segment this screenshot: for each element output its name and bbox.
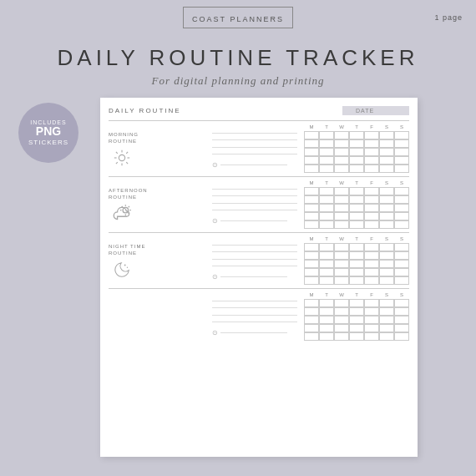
grid-cell: [304, 156, 319, 165]
grid-cell: [379, 187, 394, 195]
grid-cell: [349, 156, 364, 165]
grid-cell: [319, 260, 334, 268]
svg-line-7: [126, 152, 128, 154]
night-label: NIGHT TIMEROUTINE: [109, 243, 209, 257]
grid-cell: [319, 195, 334, 204]
grid-cell: [319, 332, 334, 341]
extra-grid: [304, 299, 409, 341]
extra-label: [109, 299, 209, 306]
grid-cell: [379, 276, 394, 285]
grid-cell: [319, 299, 334, 307]
grid-cell: [394, 187, 409, 195]
grid-cell: [364, 268, 379, 276]
grid-cell: [319, 131, 334, 139]
morning-left: MORNINGROUTINE: [109, 131, 209, 173]
grid-cell: [379, 243, 394, 251]
grid-cell: [349, 220, 364, 229]
day-s1: S: [379, 124, 394, 129]
main-title: DAILY ROUTINE TRACKER: [0, 45, 476, 71]
grid-cell: [379, 268, 394, 276]
afternoon-lines: ⊙: [212, 187, 297, 229]
afternoon-grid: [304, 187, 409, 229]
grid-cell: [379, 212, 394, 220]
grid-cell: [364, 148, 379, 156]
svg-line-5: [116, 152, 118, 154]
grid-row: [304, 243, 409, 251]
svg-line-16: [129, 206, 129, 207]
grid-cell: [304, 260, 319, 268]
grid-cell: [379, 307, 394, 316]
brand-box: COAST PLANNERS: [183, 7, 293, 28]
grid-row: [304, 139, 409, 148]
grid-cell: [304, 332, 319, 341]
grid-cell: [394, 165, 409, 173]
grid-cell: [349, 268, 364, 276]
line: [212, 154, 297, 154]
svg-point-17: [124, 264, 126, 266]
line: [212, 307, 297, 308]
grid-cell: [319, 204, 334, 212]
grid-cell: [379, 251, 394, 260]
grid-cell: [349, 131, 364, 139]
line: [212, 301, 297, 301]
grid-cell: [334, 316, 349, 324]
grid-cell: [304, 195, 319, 204]
morning-label: MORNINGROUTINE: [109, 131, 209, 145]
extra-lines: ⊙: [212, 299, 297, 341]
grid-cell: [334, 332, 349, 341]
grid-row: [304, 307, 409, 316]
grid-cell: [394, 243, 409, 251]
grid-cell: [304, 268, 319, 276]
svg-point-18: [127, 266, 128, 267]
clock-icon: ⊙: [212, 217, 218, 225]
morning-days-row: M T W T F S S: [109, 124, 409, 129]
clock-line: [220, 332, 287, 333]
night-lines: ⊙: [212, 243, 297, 285]
grid-cell: [334, 139, 349, 148]
grid-cell: [364, 299, 379, 307]
line: [212, 147, 297, 148]
grid-cell: [364, 251, 379, 260]
grid-cell: [364, 324, 379, 332]
extra-section: M T W T F S S ⊙: [109, 292, 409, 341]
grid-cell: [379, 139, 394, 148]
grid-cell: [364, 156, 379, 165]
badge-png: PNG: [36, 125, 61, 138]
grid-cell: [304, 324, 319, 332]
night-grid-rows: [304, 243, 409, 285]
extra-left: [109, 299, 209, 341]
extra-grid-rows: [304, 299, 409, 341]
grid-cell: [319, 148, 334, 156]
grid-cell: [334, 131, 349, 139]
morning-grid: [304, 131, 409, 173]
grid-cell: [394, 316, 409, 324]
line: [212, 315, 297, 316]
grid-cell: [364, 260, 379, 268]
grid-cell: [334, 324, 349, 332]
grid-cell: [349, 204, 364, 212]
grid-row: [304, 251, 409, 260]
grid-cell: [379, 220, 394, 229]
grid-cell: [349, 260, 364, 268]
grid-cell: [304, 220, 319, 229]
grid-cell: [364, 139, 379, 148]
header-divider: [109, 120, 409, 121]
line: [212, 266, 297, 266]
grid-cell: [394, 307, 409, 316]
grid-cell: [304, 299, 319, 307]
grid-row: [304, 148, 409, 156]
grid-cell: [394, 131, 409, 139]
night-icon-area: [109, 261, 135, 279]
night-days-row: M T W T F S S: [109, 236, 409, 241]
grid-cell: [304, 148, 319, 156]
line: [212, 245, 297, 246]
grid-cell: [334, 276, 349, 285]
grid-row: [304, 268, 409, 276]
night-grid: [304, 243, 409, 285]
svg-point-0: [119, 154, 124, 160]
day-f: F: [364, 124, 379, 129]
line: [212, 322, 297, 322]
grid-cell: [394, 332, 409, 341]
grid-cell: [319, 165, 334, 173]
grid-row: [304, 332, 409, 341]
